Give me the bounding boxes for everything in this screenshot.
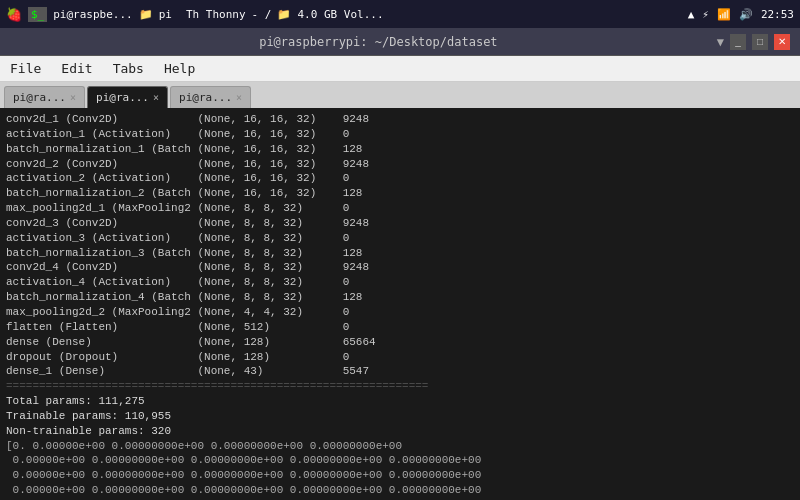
term-line-3: conv2d_2 (Conv2D) (None, 16, 16, 32) 924… bbox=[6, 157, 794, 172]
thonny-label: Th Thonny bbox=[186, 8, 246, 21]
term-line-26: 0.00000e+00 0.00000000e+00 0.00000000e+0… bbox=[6, 483, 794, 498]
system-bar-right: ▲ ⚡ 📶 🔊 22:53 bbox=[688, 8, 794, 21]
bluetooth-icon: ⚡ bbox=[702, 8, 709, 21]
terminal-icon: $_ bbox=[28, 7, 47, 22]
tab-close-1[interactable]: × bbox=[153, 92, 159, 103]
term-line-18: ========================================… bbox=[6, 379, 794, 394]
term-line-7: conv2d_3 (Conv2D) (None, 8, 8, 32) 9248 bbox=[6, 216, 794, 231]
term-line-13: max_pooling2d_2 (MaxPooling2 (None, 4, 4… bbox=[6, 305, 794, 320]
window-title: pi@raspberrypi: ~/Desktop/dataset bbox=[259, 35, 497, 49]
term-line-21: Non-trainable params: 320 bbox=[6, 424, 794, 439]
tabs-bar: pi@ra...×pi@ra...×pi@ra...× bbox=[0, 82, 800, 108]
term-line-11: activation_4 (Activation) (None, 8, 8, 3… bbox=[6, 275, 794, 290]
term-line-10: conv2d_4 (Conv2D) (None, 8, 8, 32) 9248 bbox=[6, 260, 794, 275]
menu-bar: FileEditTabsHelp bbox=[0, 56, 800, 82]
term-line-23: [0. 0.00000e+00 0.00000000e+00 0.0000000… bbox=[6, 439, 794, 454]
minimize-button[interactable]: _ bbox=[730, 34, 746, 50]
menu-item-tabs[interactable]: Tabs bbox=[109, 59, 148, 78]
tab-1[interactable]: pi@ra...× bbox=[87, 86, 168, 108]
term-line-12: batch_normalization_4 (Batch (None, 8, 8… bbox=[6, 290, 794, 305]
window-controls[interactable]: ▼ _ □ ✕ bbox=[717, 34, 790, 50]
term-line-20: Trainable params: 110,955 bbox=[6, 409, 794, 424]
term-line-4: activation_2 (Activation) (None, 16, 16,… bbox=[6, 171, 794, 186]
folder-icon: 📁 bbox=[139, 8, 153, 21]
term-line-25: 0.00000e+00 0.00000000e+00 0.00000000e+0… bbox=[6, 468, 794, 483]
folder-icon2: 📁 bbox=[277, 8, 291, 21]
system-title-pi: pi bbox=[159, 8, 172, 21]
system-title-left: pi@raspbe... bbox=[53, 8, 132, 21]
arrow-up-icon: ▲ bbox=[688, 8, 695, 21]
volume-icon: 🔊 bbox=[739, 8, 753, 21]
term-line-15: dense (Dense) (None, 128) 65664 bbox=[6, 335, 794, 350]
title-bar: pi@raspberrypi: ~/Desktop/dataset ▼ _ □ … bbox=[0, 28, 800, 56]
term-line-9: batch_normalization_3 (Batch (None, 8, 8… bbox=[6, 246, 794, 261]
tab-label-2: pi@ra... bbox=[179, 91, 232, 104]
menu-item-file[interactable]: File bbox=[6, 59, 45, 78]
terminal[interactable]: conv2d_1 (Conv2D) (None, 16, 16, 32) 924… bbox=[0, 108, 800, 500]
term-line-1: activation_1 (Activation) (None, 16, 16,… bbox=[6, 127, 794, 142]
term-line-24: 0.00000e+00 0.00000000e+00 0.00000000e+0… bbox=[6, 453, 794, 468]
tab-0[interactable]: pi@ra...× bbox=[4, 86, 85, 108]
close-button[interactable]: ✕ bbox=[774, 34, 790, 50]
thonny-dash: - / bbox=[252, 8, 272, 21]
tab-2[interactable]: pi@ra...× bbox=[170, 86, 251, 108]
term-line-8: activation_3 (Activation) (None, 8, 8, 3… bbox=[6, 231, 794, 246]
term-line-14: flatten (Flatten) (None, 512) 0 bbox=[6, 320, 794, 335]
raspberry-icon: 🍓 bbox=[6, 7, 22, 22]
title-bar-center: pi@raspberrypi: ~/Desktop/dataset bbox=[40, 35, 717, 49]
system-bar-left: 🍓 $_ pi@raspbe... 📁 pi Th Thonny - / 📁 4… bbox=[6, 7, 384, 22]
term-line-19: Total params: 111,275 bbox=[6, 394, 794, 409]
dropdown-arrow[interactable]: ▼ bbox=[717, 35, 724, 49]
maximize-button[interactable]: □ bbox=[752, 34, 768, 50]
tab-close-2[interactable]: × bbox=[236, 92, 242, 103]
volume-label: 4.0 GB Vol... bbox=[297, 8, 383, 21]
menu-item-edit[interactable]: Edit bbox=[57, 59, 96, 78]
wifi-icon: 📶 bbox=[717, 8, 731, 21]
term-line-6: max_pooling2d_1 (MaxPooling2 (None, 8, 8… bbox=[6, 201, 794, 216]
term-line-17: dense_1 (Dense) (None, 43) 5547 bbox=[6, 364, 794, 379]
tab-label-0: pi@ra... bbox=[13, 91, 66, 104]
menu-item-help[interactable]: Help bbox=[160, 59, 199, 78]
tab-close-0[interactable]: × bbox=[70, 92, 76, 103]
tab-label-1: pi@ra... bbox=[96, 91, 149, 104]
clock: 22:53 bbox=[761, 8, 794, 21]
term-line-16: dropout (Dropout) (None, 128) 0 bbox=[6, 350, 794, 365]
term-line-2: batch_normalization_1 (Batch (None, 16, … bbox=[6, 142, 794, 157]
term-line-0: conv2d_1 (Conv2D) (None, 16, 16, 32) 924… bbox=[6, 112, 794, 127]
term-line-5: batch_normalization_2 (Batch (None, 16, … bbox=[6, 186, 794, 201]
system-bar: 🍓 $_ pi@raspbe... 📁 pi Th Thonny - / 📁 4… bbox=[0, 0, 800, 28]
